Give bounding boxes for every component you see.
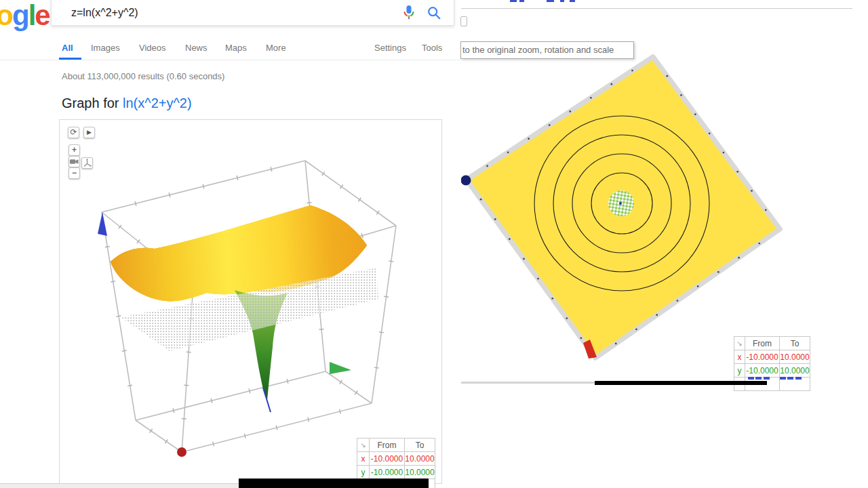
- camera-button[interactable]: [68, 156, 80, 167]
- y-from-value[interactable]: -10.0000: [370, 466, 405, 479]
- play-animation-button[interactable]: ▶: [83, 127, 95, 138]
- origin-marker: [177, 447, 186, 457]
- tab-more[interactable]: More: [266, 43, 286, 58]
- clipped-z-value: [795, 377, 802, 380]
- clipped-link-text: [560, 0, 564, 2]
- tab-settings[interactable]: Settings: [374, 43, 406, 58]
- slide-canvas: Google All Images Videos News Maps More …: [0, 0, 868, 488]
- redaction-bar: [239, 479, 429, 488]
- tab-news[interactable]: News: [185, 43, 208, 58]
- axis-label-x: x: [734, 350, 745, 364]
- col-header-from: From: [370, 439, 405, 452]
- camera-icon: [69, 157, 79, 167]
- clipped-z-value: [764, 377, 770, 380]
- result-stats: About 113,000,000 results (0.60 seconds): [62, 71, 224, 81]
- redaction-bar: [595, 381, 767, 385]
- singularity-marker: [608, 190, 634, 216]
- col-header-to: To: [780, 337, 810, 350]
- google-logo: Google: [0, 0, 50, 33]
- drag-corner-icon[interactable]: ↘: [734, 337, 745, 350]
- axis-label-y: y: [357, 466, 370, 479]
- table-row: x -10.0000 10.0000: [357, 452, 435, 466]
- tabs-divider: [0, 60, 461, 60]
- z-axis-marker: [461, 176, 471, 186]
- clipped-z-value: [780, 377, 786, 380]
- tab-tools[interactable]: Tools: [422, 43, 442, 58]
- heading-prefix: Graph for: [62, 96, 123, 110]
- y-axis-arrow: [330, 362, 351, 374]
- panel-divider: [461, 8, 852, 9]
- tab-images[interactable]: Images: [91, 43, 120, 58]
- axis-label-y: y: [734, 364, 745, 378]
- logo-letter: l: [28, 0, 35, 31]
- x-from-value[interactable]: -10.0000: [370, 452, 405, 466]
- logo-letter: o: [0, 0, 12, 31]
- clipped-link-text: [510, 0, 517, 2]
- x-to-value[interactable]: 10.0000: [780, 350, 810, 364]
- clipped-z-value: [748, 377, 754, 380]
- reset-view-tooltip: to the original zoom, rotation and scale: [460, 41, 634, 59]
- col-header-from: From: [745, 337, 780, 350]
- y-from-value[interactable]: -10.0000: [745, 364, 780, 378]
- clipped-link-text: [519, 0, 524, 2]
- logo-letter: e: [35, 0, 49, 31]
- clipped-z-value: [787, 377, 793, 380]
- zoom-in-button[interactable]: +: [68, 144, 80, 156]
- drag-corner-icon[interactable]: ↘: [357, 439, 370, 452]
- tab-all[interactable]: All: [62, 43, 73, 58]
- table-row: y -10.0000 10.0000: [734, 364, 810, 378]
- surface-plot-3d[interactable]: [59, 119, 441, 483]
- logo-letter: g: [12, 0, 28, 31]
- heading-expression-link[interactable]: ln(x^2+y^2): [123, 96, 192, 110]
- x-from-value[interactable]: -10.0000: [745, 350, 780, 364]
- clipped-link-text: [547, 0, 554, 2]
- axes-toggle-button[interactable]: [81, 157, 93, 169]
- voice-search-icon[interactable]: [402, 5, 416, 21]
- zoom-out-button[interactable]: −: [68, 167, 80, 179]
- clipped-z-value: [755, 377, 762, 380]
- search-input[interactable]: [71, 5, 342, 21]
- clipped-link-text: [570, 0, 575, 2]
- tab-videos[interactable]: Videos: [139, 43, 166, 58]
- axes-icon: [82, 158, 92, 168]
- table-row: x -10.0000 10.0000: [734, 350, 810, 364]
- screenshot-bottom-edge: [461, 382, 595, 384]
- search-icon[interactable]: [427, 5, 441, 20]
- tab-maps[interactable]: Maps: [225, 43, 247, 58]
- y-to-value[interactable]: 10.0000: [405, 466, 435, 479]
- table-row: y -10.0000 10.0000: [357, 466, 435, 479]
- x-to-value[interactable]: 10.0000: [405, 452, 435, 466]
- axis-label-x: x: [357, 452, 370, 466]
- col-header-to: To: [405, 439, 435, 452]
- surface-plot-topdown[interactable]: [461, 9, 841, 382]
- page-title: Graph for ln(x^2+y^2): [62, 96, 192, 111]
- reset-view-button[interactable]: ⟳: [68, 127, 79, 138]
- y-to-value[interactable]: 10.0000: [780, 364, 810, 378]
- screenshot-bottom-edge: [0, 483, 239, 488]
